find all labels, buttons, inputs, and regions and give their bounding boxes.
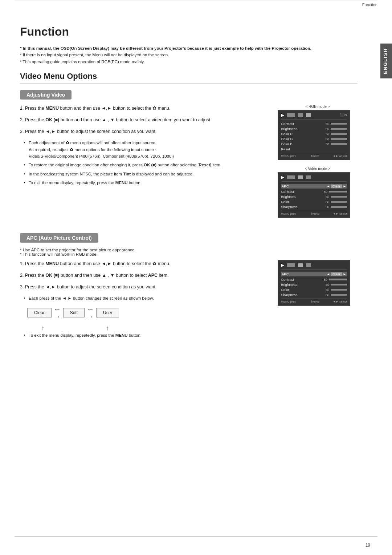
adjusting-video-section: Adjusting Video 1. Press the MENU button… (20, 90, 358, 224)
step-2-text: 2. Press the OK (■) button and then use … (20, 117, 212, 122)
apc-step-2: 2. Press the OK (■) button and then use … (20, 272, 270, 279)
apc-content: 1. Press the MENU button and then use ◄,… (20, 260, 358, 342)
apc-row-apc: APC ◄ Clear ► (281, 272, 347, 276)
apc-screenshots: ▶ APC ◄ Clear ► Contrast 80 (278, 260, 358, 342)
apc-row-color: Color 50 (281, 288, 347, 292)
step-3-text: 3. Press the ◄,► button to adjust the sc… (20, 129, 156, 134)
rgb-row-brightness: Brightness 50 (281, 127, 347, 131)
adjusting-video-bullets: Each adjustment of ✿ menu options will n… (24, 139, 270, 186)
video-toolbar: ▶ (281, 175, 347, 182)
rgb-toolbar: ▶ ⬛IN (281, 113, 347, 119)
bullet-4: To exit the menu display, repeatedly, pr… (24, 179, 270, 186)
apc-label: APC (Auto Picture Control) (20, 233, 98, 243)
apc-footer: MENU prev. ⬆move ◄► select (281, 299, 347, 303)
page-title: Function (20, 25, 358, 39)
left-arrow-top: ← (54, 305, 61, 313)
apc-note1: * Use APC to set the projector for the b… (20, 248, 358, 252)
rgb-footer: MENU prev. ⬆move ◄► adjust (281, 153, 347, 158)
bottom-rule (15, 536, 377, 537)
apc-row-brightness: Brightness 50 (281, 283, 347, 287)
step-1-num: 1. Press the MENU button and then use ◄,… (20, 106, 170, 111)
header-label: Function (15, 3, 377, 7)
page-number: 19 (366, 543, 370, 548)
rgb-row-reset: Reset (281, 147, 347, 151)
video-mode-box: ▶ APC ◄ Clear ► Contrast 80 (278, 172, 350, 218)
apc-row-contrast: Contrast 80 (281, 278, 347, 281)
cycle-clear: Clear (27, 308, 52, 317)
intro-notes: * In this manual, the OSD(On Screen Disp… (20, 45, 358, 65)
apc-screenshot-panel: ▶ APC ◄ Clear ► Contrast 80 (278, 260, 358, 306)
step-2: 2. Press the OK (■) button and then use … (20, 116, 270, 123)
video-row-contrast: Contrast 80 (281, 190, 347, 194)
adjusting-video-left: 1. Press the MENU button and then use ◄,… (20, 105, 278, 224)
video-mode-panel: < Video mode > ▶ APC ◄ Clear ► (278, 167, 358, 218)
video-row-brightness: Brightnes 50 (281, 195, 347, 199)
rgb-row-colorG: Color G 50 (281, 137, 347, 141)
bullet-3: In the broadcasting system NTSC, the pic… (24, 171, 270, 177)
apc-note2: * This function will not work in RGB mod… (20, 252, 358, 256)
adjusting-video-label: Adjusting Video (20, 90, 72, 100)
cycle-down-arrows: ↑ ↑ (32, 324, 270, 332)
apc-step-1-text: 1. Press the MENU button and then use ◄,… (20, 261, 170, 266)
rgb-row-colorB: Color B 50 (281, 142, 347, 146)
video-row-sharpness: Sharpness 50 (281, 205, 347, 209)
rgb-row-colorR: Color R 50 (281, 132, 347, 136)
apc-cycle-diagram: Clear ← → Soft ← → User (27, 305, 270, 320)
section-title: Video Menu Options (20, 72, 358, 84)
apc-row-sharpness: Sharpness 50 (281, 293, 347, 297)
video-mode-label: < Video mode > (278, 167, 358, 171)
apc-toolbar: ▶ (281, 263, 347, 270)
video-footer: MENU prev. ⬆move ◄► select (281, 211, 347, 215)
adjusting-video-screenshots: < RGB mode > ▶ ⬛IN Contrast 50 (278, 105, 358, 224)
apc-bullet-cycle: Each press of the ◄,► button changes the… (24, 295, 270, 301)
rgb-mode-box: ▶ ⬛IN Contrast 50 Brightness 50 (278, 110, 350, 160)
rgb-mode-label: < RGB mode > (278, 105, 358, 109)
step-1: 1. Press the MENU button and then use ◄,… (20, 105, 270, 112)
apc-left: 1. Press the MENU button and then use ◄,… (20, 260, 278, 342)
right-arrow-bottom-2: → (87, 313, 94, 320)
bullet-2: To restore the original image condition … (24, 162, 270, 168)
top-rule: Function (15, 0, 377, 7)
rgb-mode-panel: < RGB mode > ▶ ⬛IN Contrast 50 (278, 105, 358, 160)
intro-bold-line: * In this manual, the OSD(On Screen Disp… (20, 45, 358, 52)
apc-exit-bullet-list: To exit the menu display, repeatedly, pr… (24, 332, 270, 339)
apc-bullet-cycle-list: Each press of the ◄,► button changes the… (24, 295, 270, 301)
english-tab: ENGLISH (380, 44, 392, 78)
video-row-color: Color 50 (281, 200, 347, 204)
apc-step-2-text: 2. Press the OK (■) button and then use … (20, 273, 169, 278)
apc-step-3-text: 3. Press the ◄,► button to adjust the sc… (20, 284, 156, 289)
intro-line2: * If there is no input signal present, t… (20, 52, 358, 58)
apc-step-1: 1. Press the MENU button and then use ◄,… (20, 260, 270, 267)
apc-notes: * Use APC to set the projector for the b… (20, 248, 358, 256)
video-row-apc: APC ◄ Clear ► (281, 184, 347, 189)
page-content: Function * In this manual, the OSD(On Sc… (20, 25, 372, 342)
intro-line3: * This operating guide explains operatio… (20, 58, 358, 65)
apc-step-3: 3. Press the ◄,► button to adjust the sc… (20, 283, 270, 291)
right-arrow-bottom: → (54, 313, 61, 320)
apc-screenshot-box: ▶ APC ◄ Clear ► Contrast 80 (278, 260, 350, 306)
left-arrow-top-2: ← (87, 305, 94, 313)
cycle-soft: Soft (63, 308, 85, 317)
rgb-row-contrast: Contrast 50 (281, 122, 347, 126)
bullet-1: Each adjustment of ✿ menu options will n… (24, 139, 270, 159)
cycle-user: User (96, 308, 119, 317)
apc-section: APC (Auto Picture Control) * Use APC to … (20, 233, 358, 342)
step-3: 3. Press the ◄,► button to adjust the sc… (20, 128, 270, 135)
adjusting-video-content: 1. Press the MENU button and then use ◄,… (20, 105, 358, 224)
apc-bullet-exit: To exit the menu display, repeatedly, pr… (24, 332, 270, 339)
